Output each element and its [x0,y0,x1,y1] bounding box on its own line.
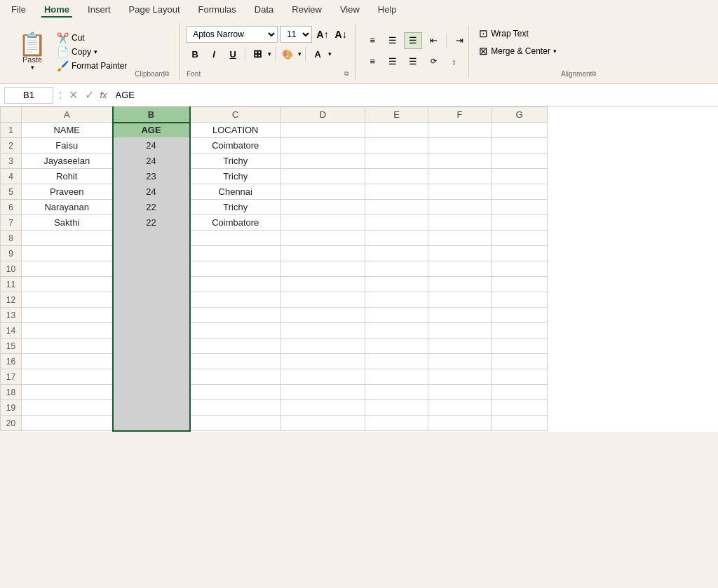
cell-B18[interactable] [113,385,190,400]
col-header-E[interactable]: E [365,107,428,123]
cell-C1[interactable]: LOCATION [190,123,281,138]
cell-G6[interactable] [492,200,548,215]
cell-A5[interactable]: Praveen [22,184,113,200]
cell-B6[interactable]: 22 [113,200,190,215]
cell-B5[interactable]: 24 [113,184,190,200]
col-header-A[interactable]: A [22,107,113,123]
cell-A1[interactable]: NAME [22,123,113,138]
cut-button[interactable]: ✂️ Cut [55,32,129,44]
cell-G3[interactable] [492,153,548,169]
align-left-button[interactable]: ≡ [363,53,381,70]
row-header-15[interactable]: 15 [1,339,22,354]
row-header-17[interactable]: 17 [1,369,22,385]
alignment-expand-icon[interactable]: ⧉ [592,70,596,78]
row-header-8[interactable]: 8 [1,231,22,246]
cell-C13[interactable] [190,308,281,323]
indent-decrease-button[interactable]: ⇤ [424,32,442,49]
cell-C7[interactable]: Coimbatore [190,215,281,231]
cell-D20[interactable] [281,416,365,431]
align-top-left-button[interactable]: ≡ [363,32,381,49]
align-right-button[interactable]: ☰ [404,53,422,70]
cell-E10[interactable] [365,261,428,277]
border-dropdown[interactable]: ▾ [268,50,271,57]
cell-D4[interactable] [281,169,365,184]
formula-input[interactable] [111,88,714,102]
cell-F9[interactable] [428,246,492,261]
cell-C14[interactable] [190,323,281,339]
cell-A18[interactable] [22,385,113,400]
font-color-button[interactable]: A [309,46,326,62]
cell-E4[interactable] [365,169,428,184]
cell-reference-box[interactable] [4,87,53,104]
fill-dropdown[interactable]: ▾ [298,50,302,57]
row-header-20[interactable]: 20 [1,416,22,431]
cell-G2[interactable] [492,138,548,153]
cell-D13[interactable] [281,308,365,323]
align-center-button[interactable]: ☰ [384,53,402,70]
cell-C15[interactable] [190,339,281,354]
cell-C3[interactable]: Trichy [190,153,281,169]
cell-B7[interactable]: 22 [113,215,190,231]
cell-E5[interactable] [365,184,428,200]
col-header-F[interactable]: F [428,107,492,123]
cell-D17[interactable] [281,369,365,385]
cell-C12[interactable] [190,292,281,308]
cell-G13[interactable] [492,308,548,323]
cell-E8[interactable] [365,231,428,246]
underline-button[interactable]: U [224,46,241,62]
cell-D19[interactable] [281,400,365,416]
cell-G11[interactable] [492,277,548,292]
cell-B19[interactable] [113,400,190,416]
cell-E6[interactable] [365,200,428,215]
row-header-11[interactable]: 11 [1,277,22,292]
cell-E11[interactable] [365,277,428,292]
cell-D15[interactable] [281,339,365,354]
font-size-selector[interactable]: 11 [280,26,312,43]
cell-F18[interactable] [428,385,492,400]
cell-G15[interactable] [492,339,548,354]
cell-E16[interactable] [365,354,428,369]
cell-G16[interactable] [492,354,548,369]
cell-F4[interactable] [428,169,492,184]
cell-B9[interactable] [113,246,190,261]
menu-home[interactable]: Home [41,3,72,18]
align-top-center-button[interactable]: ☰ [384,32,402,49]
cell-B17[interactable] [113,369,190,385]
clipboard-expand-icon[interactable]: ⧉ [165,70,169,78]
cell-E20[interactable] [365,416,428,431]
cell-G14[interactable] [492,323,548,339]
paste-button[interactable]: 📋 Paste ▾ [13,26,52,78]
cell-B12[interactable] [113,292,190,308]
formula-confirm-icon[interactable]: ✓ [83,88,95,102]
cell-E2[interactable] [365,138,428,153]
row-header-3[interactable]: 3 [1,153,22,169]
copy-dropdown-arrow[interactable]: ▾ [94,48,97,55]
cell-A19[interactable] [22,400,113,416]
cell-B11[interactable] [113,277,190,292]
menu-help[interactable]: Help [375,3,400,18]
row-header-1[interactable]: 1 [1,123,22,138]
cell-F3[interactable] [428,153,492,169]
cell-B2[interactable]: 24 [113,138,190,153]
row-header-10[interactable]: 10 [1,261,22,277]
cell-F8[interactable] [428,231,492,246]
cell-A13[interactable] [22,308,113,323]
cell-G5[interactable] [492,184,548,200]
col-header-C[interactable]: C [190,107,281,123]
menu-pagelayout[interactable]: Page Layout [126,3,183,18]
cell-G10[interactable] [492,261,548,277]
col-header-G[interactable]: G [492,107,548,123]
cell-B4[interactable]: 23 [113,169,190,184]
cell-B8[interactable] [113,231,190,246]
cell-G1[interactable] [492,123,548,138]
cell-E19[interactable] [365,400,428,416]
cell-C19[interactable] [190,400,281,416]
cell-G7[interactable] [492,215,548,231]
cell-F12[interactable] [428,292,492,308]
col-header-D[interactable]: D [281,107,365,123]
cell-A6[interactable]: Narayanan [22,200,113,215]
cell-E3[interactable] [365,153,428,169]
cell-B3[interactable]: 24 [113,153,190,169]
paste-dropdown-arrow[interactable]: ▾ [31,64,34,71]
cell-D1[interactable] [281,123,365,138]
